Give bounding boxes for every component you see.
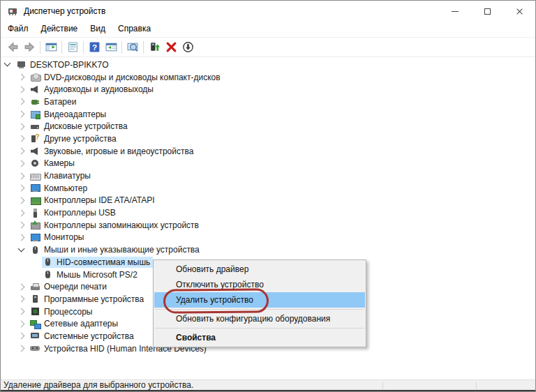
- minimize-icon: [452, 11, 459, 12]
- menu-bar: Файл Действие Вид Справка: [1, 22, 535, 38]
- chevron-right-icon[interactable]: [17, 86, 25, 93]
- chevron-right-icon[interactable]: [17, 308, 25, 315]
- device-manager-icon: [7, 6, 18, 17]
- chevron-right-icon[interactable]: [17, 234, 25, 241]
- camera-icon: [30, 158, 40, 169]
- minimize-button[interactable]: [439, 1, 471, 22]
- annotation-ellipse: [163, 288, 269, 313]
- tree-item[interactable]: DVD-дисководы и дисководы компакт-дисков: [1, 71, 535, 84]
- menu-view[interactable]: Вид: [84, 22, 112, 37]
- storage-controller-icon: [30, 220, 40, 230]
- device-manager-window: Диспетчер устройств Файл Действие Вид Сп…: [0, 0, 536, 392]
- disable-device-button[interactable]: [179, 39, 196, 56]
- tree-item-label: Компьютер: [44, 183, 87, 193]
- tree-item-label: Видеоадаптеры: [44, 110, 106, 119]
- close-icon: [516, 8, 523, 15]
- window-controls: [439, 1, 535, 22]
- chevron-right-icon[interactable]: [17, 73, 25, 81]
- tree-item[interactable]: Клавиатуры: [1, 169, 535, 182]
- tree-item[interactable]: Камеры: [1, 158, 535, 170]
- status-text: Удаление драйвера для выбранного устройс…: [3, 380, 193, 390]
- menu-file[interactable]: Файл: [1, 22, 35, 37]
- context-menu-item[interactable]: Обновить драйвер: [154, 262, 365, 277]
- chevron-right-icon[interactable]: [17, 221, 25, 229]
- tree-item-label: HID-совместимая мышь: [57, 257, 150, 267]
- tree-item[interactable]: Компьютер: [1, 182, 535, 195]
- statusbar-divider: [382, 382, 383, 389]
- chevron-right-icon[interactable]: [17, 135, 25, 142]
- context-menu-item[interactable]: Свойства: [154, 330, 365, 345]
- back-button[interactable]: [4, 39, 21, 56]
- tree-item-label: Другие устройства: [44, 134, 117, 144]
- chevron-right-icon[interactable]: [17, 110, 25, 118]
- tree-item[interactable]: Другие устройства: [1, 133, 535, 145]
- disk-drive-icon: [30, 121, 40, 132]
- chevron-right-icon[interactable]: [17, 209, 25, 217]
- chevron-down-icon[interactable]: [3, 61, 11, 68]
- mouse-icon: [30, 245, 40, 255]
- window-title: Диспетчер устройств: [24, 6, 105, 16]
- computer-icon: [30, 183, 40, 193]
- maximize-button[interactable]: [471, 1, 503, 22]
- tree-item[interactable]: Контроллеры IDE ATA/ATAPI: [1, 195, 535, 207]
- audio-icon: [30, 84, 40, 95]
- tree-item-label: Дисковые устройства: [44, 121, 128, 131]
- forward-button[interactable]: [21, 39, 38, 56]
- tree-item[interactable]: DESKTOP-BPIKK7O: [1, 59, 535, 71]
- properties-icon: [67, 41, 79, 53]
- uninstall-device-button[interactable]: [163, 39, 179, 56]
- tree-item[interactable]: Контроллеры запоминающих устройств: [1, 219, 535, 232]
- processor-icon: [30, 306, 40, 317]
- tree-item[interactable]: Батареи: [1, 96, 535, 108]
- mouse-icon: [43, 257, 53, 267]
- tree-item-label: Системные устройства: [44, 331, 134, 341]
- bottom-edge: [1, 390, 535, 391]
- scan-hardware-changes-button[interactable]: [124, 39, 141, 56]
- chevron-right-icon[interactable]: [17, 147, 25, 155]
- maximize-icon: [484, 8, 491, 15]
- toolbar-separator: [40, 41, 40, 54]
- battery-icon: [30, 96, 40, 107]
- tree-item[interactable]: Мониторы: [1, 232, 535, 244]
- chevron-right-icon[interactable]: [17, 320, 25, 328]
- tree-item-label: Процессоры: [44, 307, 93, 317]
- menu-action[interactable]: Действие: [35, 22, 84, 37]
- update-driver-button[interactable]: [146, 39, 163, 56]
- statusbar-divider: [476, 382, 477, 389]
- tree-item[interactable]: Контроллеры USB: [1, 206, 535, 219]
- show-action-pane-button[interactable]: [103, 39, 119, 56]
- close-button[interactable]: [503, 1, 535, 22]
- toolbar-separator: [83, 41, 84, 54]
- chevron-right-icon[interactable]: [17, 345, 25, 352]
- tree-item[interactable]: Дисковые устройства: [1, 120, 535, 133]
- chevron-right-icon[interactable]: [17, 160, 25, 167]
- chevron-right-icon[interactable]: [17, 295, 25, 303]
- disable-device-icon: [182, 41, 194, 53]
- chevron-right-icon[interactable]: [17, 98, 25, 105]
- help-button[interactable]: ?: [86, 39, 103, 56]
- chevron-right-icon[interactable]: [17, 184, 25, 192]
- tree-item-label: Контроллеры IDE ATA/ATAPI: [44, 195, 155, 205]
- tree-item-label: Клавиатуры: [44, 171, 91, 181]
- tree-item[interactable]: Звуковые, игровые и видеоустройства: [1, 145, 535, 158]
- tree-item-label: Очереди печати: [44, 282, 107, 292]
- show-console-tree-icon: [45, 41, 57, 53]
- help-icon: ?: [89, 41, 100, 53]
- menu-help[interactable]: Справка: [112, 22, 157, 37]
- chevron-right-icon[interactable]: [17, 332, 25, 340]
- tree-item[interactable]: Аудиовходы и аудиовыходы: [1, 83, 535, 96]
- computer-chip-icon: [16, 59, 27, 70]
- chevron-right-icon[interactable]: [17, 123, 25, 130]
- forward-arrow-icon: [24, 41, 36, 53]
- show-action-pane-icon: [105, 41, 117, 53]
- chevron-down-icon[interactable]: [17, 246, 25, 254]
- tree-item[interactable]: Видеоадаптеры: [1, 108, 535, 121]
- chevron-right-icon[interactable]: [17, 172, 25, 180]
- tree-item-label: Сетевые адаптеры: [44, 319, 118, 329]
- show-console-tree-button[interactable]: [43, 39, 59, 56]
- properties-button[interactable]: [64, 39, 81, 56]
- chevron-right-icon[interactable]: [17, 197, 25, 204]
- chevron-right-icon[interactable]: [17, 283, 25, 291]
- system-device-icon: [30, 331, 40, 341]
- tree-item[interactable]: Мыши и иные указывающие устройства: [1, 243, 535, 256]
